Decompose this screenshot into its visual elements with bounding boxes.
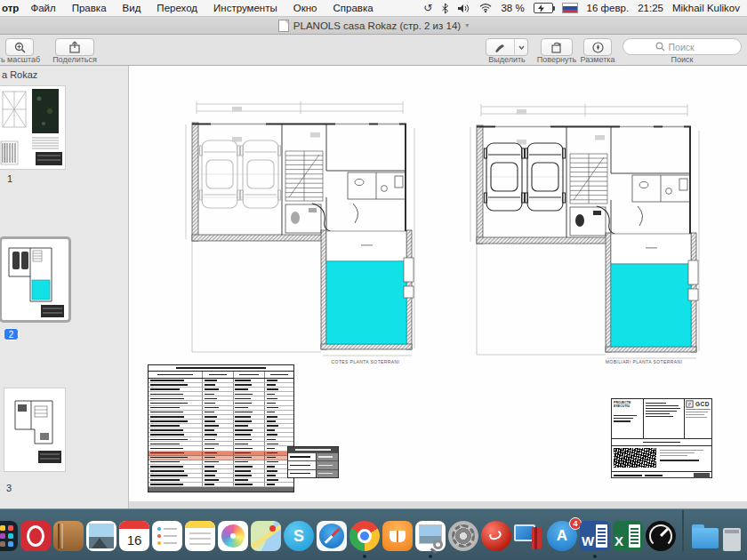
toolbar: ть масштаб Поделиться Выделить (0, 35, 747, 66)
menu-tools[interactable]: Инструменты (213, 3, 277, 13)
ibooks-icon[interactable] (382, 521, 413, 551)
area-table-title (149, 365, 293, 372)
title-block: PROJECTE EXECUTIU (611, 398, 712, 478)
markup-label: Разметка (576, 55, 619, 64)
time-machine-icon[interactable]: ↺ (423, 2, 432, 14)
area-table-header (149, 372, 293, 379)
excel-icon[interactable]: X (613, 521, 643, 551)
area-table-footer (149, 487, 293, 492)
chrome-icon[interactable] (349, 521, 380, 551)
notes-icon[interactable] (185, 521, 215, 551)
share-button[interactable] (55, 38, 94, 56)
parallels-icon[interactable] (514, 521, 544, 551)
window-title-bar[interactable]: PLANOLS casa Rokaz (стр. 2 из 14) ▾ (0, 17, 747, 35)
menu-go[interactable]: Переход (157, 3, 197, 13)
system-preferences-icon[interactable] (448, 521, 478, 551)
screen: отр Файл Правка Вид Переход Инструменты … (0, 0, 747, 560)
thumbnail-3-drawing (4, 388, 65, 471)
wifi-icon[interactable] (479, 4, 492, 12)
thumbnail-1-drawing (0, 86, 65, 169)
picture-icon[interactable] (86, 521, 116, 551)
page-thumbnail-2-selected[interactable] (2, 239, 68, 320)
document-icon (278, 20, 289, 32)
battery-percent[interactable]: 38 % (501, 3, 524, 13)
plan-caption-left: COTES PLANTA SOTERRANI (303, 359, 428, 364)
zoom-button[interactable] (5, 38, 34, 56)
user-menu[interactable]: Mikhail Kulikov (672, 3, 740, 13)
document-viewport[interactable]: COTES PLANTA SOTERRANI MOBILIARI PLANTA … (129, 66, 747, 508)
app-menu-partial[interactable]: отр (2, 3, 19, 13)
magnifier-plus-icon (14, 42, 26, 53)
select-button[interactable] (486, 38, 528, 56)
plan-caption-right: MOBILIARI PLANTA SOTERRANI (582, 359, 706, 364)
page-number-2-badge: 2 (4, 328, 19, 340)
menu-help[interactable]: Справка (333, 3, 374, 13)
calendar-day: 16 (119, 529, 149, 551)
sidebar-header: a Rokaz (2, 69, 37, 80)
search-icon (655, 42, 665, 52)
search-input[interactable] (669, 42, 710, 52)
titleblock-logo: GCD (695, 401, 710, 407)
titleblock-band (612, 439, 711, 446)
share-label: Поделиться (51, 55, 99, 64)
menu-clock[interactable]: 21:25 (638, 3, 663, 13)
skype-icon[interactable]: S (284, 521, 314, 551)
menu-view[interactable]: Вид (123, 3, 141, 13)
menu-date[interactable]: 16 февр. (587, 3, 630, 13)
floor-plan-basement-dimensions (179, 92, 419, 359)
rotate-icon (550, 42, 563, 53)
speed-gauge-icon[interactable] (646, 521, 676, 551)
page-thumbnail-3[interactable] (4, 388, 65, 471)
select-dropdown-chevron-icon[interactable] (514, 39, 527, 55)
reminders-icon[interactable] (152, 521, 182, 551)
photos-icon[interactable] (218, 521, 248, 551)
pen-icon (494, 43, 506, 52)
summary-table-row (288, 452, 338, 460)
opera-icon[interactable] (20, 521, 51, 551)
bluetooth-icon[interactable] (441, 3, 449, 14)
preview-icon[interactable] (415, 521, 446, 551)
title-chevron-icon[interactable]: ▾ (465, 21, 469, 29)
rotate-button[interactable] (541, 38, 573, 56)
pdf-page: COTES PLANTA SOTERRANI MOBILIARI PLANTA … (129, 66, 747, 501)
signature-stamp (614, 448, 656, 468)
russian-flag-icon[interactable] (562, 3, 578, 13)
summary-table (287, 446, 339, 478)
search-field[interactable] (622, 38, 742, 55)
page-number-1: 1 (7, 173, 12, 184)
zoom-label: ть масштаб (0, 55, 46, 64)
markup-button[interactable] (583, 38, 612, 56)
safari-icon[interactable] (317, 521, 347, 551)
thumbnail-sidebar: a Rokaz (0, 66, 129, 508)
titleblock-sheet-letter: P (686, 400, 693, 407)
page-thumbnail-1[interactable] (0, 86, 65, 169)
thumbnail-2-drawing (2, 239, 68, 320)
menu-window[interactable]: Окно (293, 3, 317, 13)
calendar-red-header (119, 521, 149, 529)
menu-bar: отр Файл Правка Вид Переход Инструменты … (0, 0, 747, 17)
battery-icon[interactable] (534, 3, 553, 13)
menu-file[interactable]: Файл (30, 3, 55, 13)
dock-separator (682, 510, 684, 551)
markup-icon (592, 42, 604, 53)
calendar-icon[interactable]: 16 (119, 521, 149, 551)
area-table-body (149, 379, 293, 487)
summary-table-row (288, 469, 338, 477)
app-store-icon[interactable]: A 4 (547, 521, 577, 551)
summary-table-row (288, 460, 338, 468)
volume-icon[interactable] (458, 4, 470, 13)
minimized-window-icon[interactable] (723, 528, 741, 551)
contacts-icon[interactable] (53, 521, 84, 551)
maps-icon[interactable] (251, 521, 281, 551)
launchpad-icon[interactable] (0, 521, 18, 551)
word-icon[interactable]: W (580, 521, 610, 551)
red-app-icon[interactable] (481, 521, 511, 551)
applications-folder-icon[interactable] (690, 521, 720, 551)
menu-edit[interactable]: Правка (72, 3, 107, 13)
content-area: a Rokaz (0, 66, 747, 508)
search-label: Поиск (658, 55, 706, 64)
window-title: PLANOLS casa Rokaz (стр. 2 из 14) (293, 20, 461, 31)
page-number-3: 3 (6, 483, 12, 493)
rotate-label: Повернуть (534, 55, 580, 64)
area-table (148, 364, 294, 492)
